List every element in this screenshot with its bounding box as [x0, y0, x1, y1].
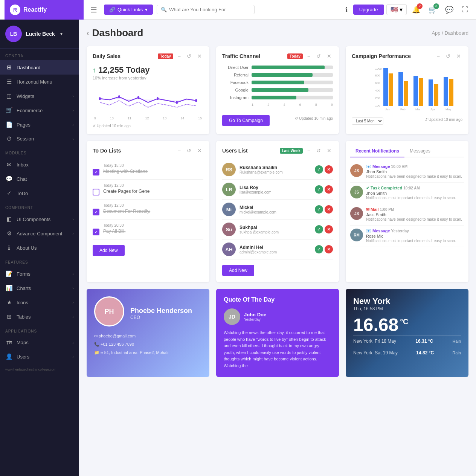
user-approve-button-2[interactable]: ✓ — [315, 185, 323, 194]
user-reject-button-3[interactable]: ✕ — [325, 205, 333, 214]
user-row-email-3: mickel@example.com — [240, 210, 311, 214]
todo-checkbox-1[interactable]: ✓ — [93, 169, 99, 175]
user-approve-button-5[interactable]: ✓ — [315, 245, 323, 253]
svg-text:Apr: Apr — [430, 108, 435, 111]
sidebar-item-todo[interactable]: ✓ ToDo — [0, 186, 79, 200]
notif-type-3: ✉ Mail — [366, 207, 378, 212]
campaign-minimize[interactable]: − — [435, 52, 441, 60]
weather-forecast-cond-1: Rain — [452, 339, 461, 343]
sidebar-item-horizontal-menu[interactable]: ☰ Horizontal Menu — [0, 75, 79, 89]
todo-close[interactable]: ✕ — [196, 147, 203, 154]
notif-title-1: 📧 Message 10:00 AM — [366, 164, 464, 169]
info-button[interactable]: ℹ — [342, 4, 351, 15]
traffic-bars: Direct User Referral Facebook — [222, 65, 333, 107]
user-approve-button-1[interactable]: ✓ — [315, 165, 323, 174]
user-row-avatar-1: RS — [222, 163, 236, 176]
campaign-close[interactable]: ✕ — [455, 52, 462, 60]
user-row-email-4: sukhpal@example.com — [240, 230, 311, 234]
sidebar-label-widgets: Widgets — [17, 93, 69, 99]
sidebar-item-charts[interactable]: 📊 Charts › — [0, 281, 79, 295]
notifications-button[interactable]: 🔔 2 — [409, 4, 423, 15]
pages-chevron-icon: › — [72, 122, 74, 127]
go-campaign-button[interactable]: Go To Campaign — [222, 115, 270, 126]
messages-button[interactable]: 💬 — [442, 4, 456, 15]
search-input[interactable] — [169, 7, 250, 12]
table-row: Su Sukhpal sukhpal@example.com ✓ ✕ — [222, 220, 333, 240]
sidebar-item-dashboard[interactable]: ⊞ Dashboard — [0, 60, 79, 75]
sidebar-item-chat[interactable]: 💬 Chat — [0, 172, 79, 186]
user-reject-button-1[interactable]: ✕ — [325, 165, 333, 174]
profile-card-email: ✉ phoebe@gmail.com — [94, 332, 202, 340]
daily-sales-minimize[interactable]: − — [176, 52, 182, 60]
hamburger-button[interactable]: ☰ — [87, 4, 100, 16]
sidebar-item-maps[interactable]: 🗺 Maps › — [0, 336, 79, 349]
todo-checkbox-4[interactable]: ✓ — [93, 229, 99, 235]
session-chevron-icon: › — [72, 137, 74, 141]
bar-label-google: Google — [222, 88, 249, 92]
campaign-refresh[interactable]: ↺ — [444, 52, 452, 60]
sidebar-item-forms[interactable]: 📝 Forms › — [0, 267, 79, 281]
sidebar-item-advance-component[interactable]: ⚙ Advance Component › — [0, 226, 79, 241]
user-reject-button-2[interactable]: ✕ — [325, 185, 333, 194]
sidebar-item-tables[interactable]: ⊞ Tables › — [0, 310, 79, 324]
language-selector[interactable]: 🇺🇸 ▾ — [386, 4, 407, 15]
todo-refresh[interactable]: ↺ — [185, 147, 193, 154]
fullscreen-button[interactable]: ⛶ — [459, 4, 471, 15]
users-chevron-icon: › — [72, 354, 74, 359]
sidebar-item-widgets[interactable]: ◫ Widgets › — [0, 89, 79, 103]
todo-checkbox-3[interactable]: ✓ — [93, 209, 99, 215]
sidebar-item-pages[interactable]: 📄 Pages › — [0, 117, 79, 132]
user-approve-button-4[interactable]: ✓ — [315, 225, 323, 233]
tab-messages[interactable]: Messages — [404, 145, 436, 157]
user-approve-button-3[interactable]: ✓ — [315, 205, 323, 214]
traffic-minimize[interactable]: − — [306, 52, 312, 60]
sidebar-item-ecommerce[interactable]: 🛒 Ecommerce › — [0, 103, 79, 117]
todo-add-button[interactable]: Add New — [93, 245, 125, 256]
cart-button[interactable]: 🛒 3 — [426, 4, 440, 15]
upgrade-button[interactable]: Upgrade — [353, 5, 384, 15]
weather-forecast-row-1: New York, Fri 18 May 16.31 °C Rain — [353, 335, 461, 347]
user-chevron-icon: ▾ — [60, 31, 63, 37]
user-row-avatar-5: AH — [222, 243, 236, 256]
sidebar-item-about-us[interactable]: ℹ About Us — [0, 241, 79, 255]
tab-recent-notifications[interactable]: Recent Notifications — [350, 145, 404, 157]
user-reject-button-5[interactable]: ✕ — [325, 245, 333, 253]
breadcrumb-app[interactable]: App — [432, 30, 440, 36]
quick-links-button[interactable]: 🔗 Quick Links ▾ — [104, 5, 153, 15]
sidebar-item-inbox[interactable]: ✉ Inbox — [0, 157, 79, 172]
weather-forecast-row-2: New York, Sat 19 May 14.82 °C Rain — [353, 347, 461, 359]
sidebar-label-dashboard: Dashboard — [17, 65, 74, 70]
sidebar-section-component: Component — [0, 200, 79, 212]
daily-sales-refresh[interactable]: ↺ — [185, 52, 193, 60]
sidebar-item-ui-components[interactable]: ◧ UI Components › — [0, 212, 79, 226]
daily-sales-close[interactable]: ✕ — [196, 52, 203, 60]
traffic-refresh[interactable]: ↺ — [315, 52, 322, 60]
sidebar-item-icons[interactable]: ★ Icons › — [0, 295, 79, 310]
sidebar-item-users[interactable]: 👤 Users › — [0, 349, 79, 364]
page-header: ‹ Dashboard App / Dashboard — [87, 27, 468, 39]
svg-text:Mar: Mar — [415, 108, 421, 111]
bar-row-referral: Referral — [222, 73, 333, 77]
users-list-minimize[interactable]: − — [306, 147, 312, 154]
sidebar-item-session[interactable]: ⏱ Session › — [0, 132, 79, 146]
widgets-chevron-icon: › — [72, 94, 74, 98]
todo-checkbox-2[interactable] — [93, 189, 99, 195]
users-list-close[interactable]: ✕ — [325, 147, 333, 154]
todo-minimize[interactable]: − — [176, 147, 182, 154]
sidebar-label-chat: Chat — [17, 176, 74, 182]
forms-chevron-icon: › — [72, 272, 74, 276]
notif-name-2: Jhon Smith — [366, 191, 464, 195]
user-reject-button-4[interactable]: ✕ — [325, 225, 333, 233]
users-add-button[interactable]: Add New — [222, 265, 254, 276]
notif-content-4: 📧 Message Yesterday Rose Mic Notificatio… — [366, 229, 464, 244]
ui-components-icon: ◧ — [5, 216, 13, 223]
svg-rect-16 — [413, 76, 418, 106]
notif-avatar-1: JS — [350, 164, 363, 177]
back-arrow-icon[interactable]: ‹ — [87, 29, 89, 37]
user-profile[interactable]: LB Lucile Beck ▾ — [0, 20, 79, 49]
user-row-name-1: Rukshana Shaikh — [240, 165, 311, 170]
traffic-close[interactable]: ✕ — [325, 52, 333, 60]
campaign-period-select[interactable]: Last 5 Mon — [352, 117, 383, 125]
users-list-refresh[interactable]: ↺ — [315, 147, 322, 154]
bar-track-direct — [252, 66, 333, 69]
